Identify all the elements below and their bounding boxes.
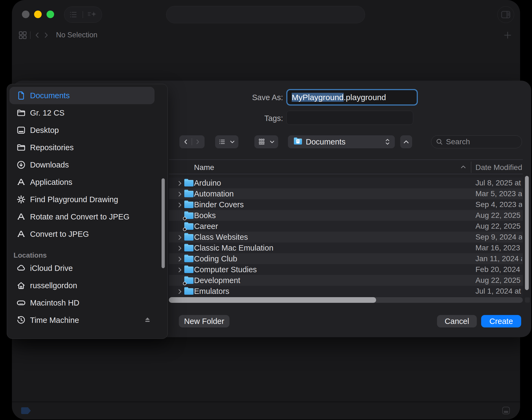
debug-area-toggle-icon[interactable] (502, 407, 510, 414)
sidebar-item-home[interactable]: russellgordon (7, 277, 168, 294)
horizontal-scrollbar-thumb[interactable] (169, 297, 376, 303)
column-divider[interactable] (471, 162, 471, 173)
sparkle-icon[interactable] (87, 10, 97, 19)
titlebar-segmented-control[interactable] (64, 6, 102, 23)
eject-icon[interactable] (144, 316, 151, 323)
table-row[interactable]: Books Aug 22, 2025 a (169, 210, 523, 221)
row-name: Coding Club (194, 253, 237, 264)
row-name: Classic Mac Emulation (194, 242, 273, 253)
cancel-button[interactable]: Cancel (437, 315, 477, 327)
sidebar-item-applications[interactable]: Applications (7, 173, 168, 191)
back-chevron-icon[interactable] (34, 31, 41, 39)
sidebar-item-label: Rotate and Convert to JPEG (30, 208, 149, 225)
disclosure-chevron-icon[interactable] (176, 235, 181, 240)
sidebar-item-label: Time Machine (30, 311, 149, 329)
desktop-icon (15, 122, 27, 139)
table-top-divider (169, 159, 523, 160)
breadcrumb: No Selection (56, 31, 97, 39)
row-name: Computer Studies (194, 264, 257, 275)
tags-label: Tags: (214, 114, 283, 123)
save-as-field[interactable]: MyPlayground.playground (286, 89, 418, 106)
disclosure-chevron-icon[interactable] (176, 246, 181, 251)
locations-header: Locations (14, 250, 122, 261)
sidebar-item-label: russellgordon (30, 277, 149, 294)
filename-selected-text: MyPlayground (292, 93, 344, 102)
location-popup[interactable]: Documents (288, 135, 395, 148)
group-by-dropdown[interactable] (254, 135, 278, 148)
sidebar-item-macintosh-hd[interactable]: Macintosh HD (7, 294, 168, 311)
table-row[interactable]: Development Aug 22, 2025 a (169, 275, 523, 286)
row-date: Mar 16, 2023 a (475, 242, 522, 253)
folder-icon (184, 180, 193, 186)
table-row[interactable]: Class Websites Sep 9, 2024 at (169, 232, 523, 242)
up-directory-button[interactable] (400, 135, 412, 148)
view-mode-dropdown[interactable] (215, 135, 238, 148)
row-date: Sep 9, 2024 at (475, 232, 522, 242)
table-row[interactable]: Binder Covers Sep 4, 2023 at (169, 199, 523, 210)
table-row[interactable]: Arduino Jul 8, 2025 at 1 (169, 178, 523, 188)
create-button[interactable]: Create (481, 315, 521, 327)
disclosure-chevron-icon[interactable] (176, 267, 181, 272)
sidebar-item-desktop[interactable]: Desktop (7, 122, 168, 139)
sidebar-item-find-playground-drawing[interactable]: Find Playground Drawing (7, 191, 168, 208)
sidebar-item-network-partial[interactable] (7, 329, 168, 339)
new-folder-button[interactable]: New Folder (179, 315, 229, 327)
table-row[interactable]: Automation Mar 5, 2023 at (169, 188, 523, 199)
back-icon[interactable] (183, 139, 189, 145)
zoom-button[interactable] (47, 11, 54, 18)
sidebar-item-rotate-and-convert[interactable]: Rotate and Convert to JPEG (7, 208, 168, 225)
gear-icon (15, 191, 27, 208)
sidebar-item-downloads[interactable]: Downloads (7, 156, 168, 173)
disclosure-chevron-icon[interactable] (176, 257, 181, 261)
column-header-date-modified[interactable]: Date Modified (475, 163, 522, 172)
titlebar-search-field[interactable] (166, 6, 365, 23)
sidebar-item-documents[interactable]: Documents (7, 87, 168, 104)
sidebar-item-label: Applications (30, 173, 149, 191)
sidebar-item-label: Documents (30, 87, 149, 104)
inspector-toggle-button[interactable] (497, 6, 514, 23)
minimize-button[interactable] (34, 11, 42, 18)
disclosure-chevron-icon[interactable] (176, 289, 181, 294)
sidebar-item-repositories[interactable]: Repositories (7, 139, 168, 156)
pill-divider (83, 11, 83, 18)
sidebar-item-icloud-drive[interactable]: iCloud Drive (7, 260, 168, 277)
close-button[interactable] (22, 11, 29, 18)
time-machine-icon (15, 311, 27, 329)
folder-badged-icon (184, 223, 193, 230)
bottom-bar-divider (12, 402, 520, 402)
search-field[interactable]: Search (431, 135, 522, 148)
column-header-name[interactable]: Name (194, 163, 214, 172)
related-items-icon[interactable] (18, 30, 28, 40)
vertical-scrollbar[interactable] (525, 176, 529, 290)
row-name: Arduino (194, 178, 221, 188)
list-bullet-icon[interactable] (69, 11, 78, 18)
sidebar-scrollbar[interactable] (162, 178, 165, 268)
folder-badged-icon (184, 277, 193, 284)
folder-icon (15, 104, 27, 122)
disclosure-chevron-icon[interactable] (176, 202, 181, 207)
back-forward-control[interactable] (179, 135, 205, 148)
sidebar-item-time-machine[interactable]: Time Machine (7, 311, 168, 329)
folder-icon (184, 267, 193, 273)
folder-icon (184, 245, 193, 251)
row-name: Emulators (194, 286, 229, 297)
table-row[interactable]: Career Aug 22, 2025 a (169, 221, 523, 232)
table-row[interactable]: Computer Studies Feb 20, 2024 a (169, 264, 523, 275)
globe-icon (15, 334, 27, 339)
forward-icon[interactable] (194, 139, 201, 145)
row-name: Binder Covers (194, 199, 244, 210)
table-row[interactable]: Coding Club Jan 11, 2024 at (169, 253, 523, 264)
sidebar-item-convert-to-jpeg[interactable]: Convert to JPEG (7, 225, 168, 243)
tags-field[interactable] (286, 111, 413, 125)
row-date: Aug 22, 2025 a (475, 221, 522, 232)
add-plus-icon[interactable] (503, 31, 512, 40)
forward-chevron-icon[interactable] (42, 31, 50, 39)
table-row[interactable]: Emulators Jul 1, 2024 at 1 (169, 286, 523, 297)
sidebar-item-gr-12-cs[interactable]: Gr. 12 CS (7, 104, 168, 122)
table-row[interactable]: Classic Mac Emulation Mar 16, 2023 a (169, 242, 523, 253)
screen: No Selection Save As: MyPlayground.playg… (0, 0, 532, 420)
chevron-up-down-icon (385, 138, 390, 146)
disclosure-chevron-icon[interactable] (176, 181, 181, 186)
folder-icon (184, 288, 193, 295)
disclosure-chevron-icon[interactable] (176, 192, 181, 196)
